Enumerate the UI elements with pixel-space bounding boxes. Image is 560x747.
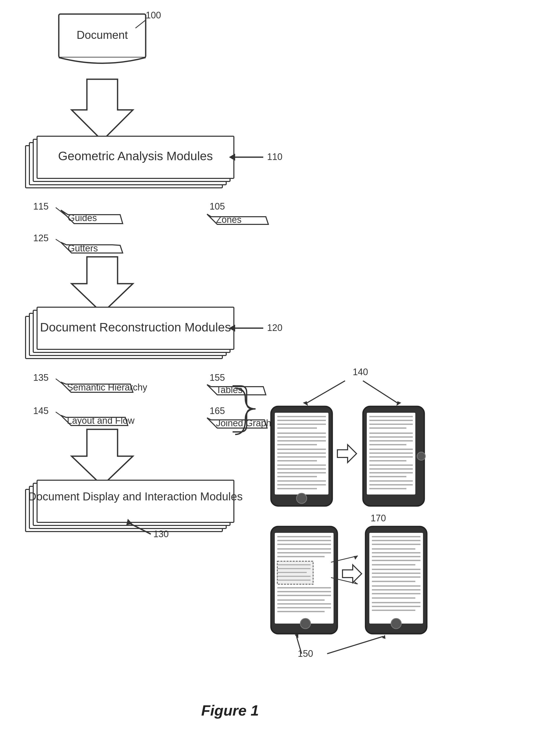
ref-100: 100 [146,10,161,21]
document-box: Document [59,14,146,63]
semantic-label: Semantic Hierarchy [67,382,147,392]
ref-165: 165 [210,406,225,416]
svg-marker-105 [342,565,362,583]
svg-point-104 [300,618,310,629]
svg-line-34 [305,381,345,404]
ref-115: 115 [33,201,49,212]
svg-marker-37 [397,401,401,406]
svg-point-131 [391,618,401,629]
svg-marker-14 [72,257,133,313]
ref-140: 140 [353,367,368,377]
layout-label: Layout and Flow [67,415,135,426]
svg-marker-109 [354,581,358,584]
ref-135: 135 [33,372,49,383]
svg-marker-60 [337,445,357,463]
svg-point-59 [297,493,307,504]
svg-marker-35 [303,401,308,406]
ref-120: 120 [267,323,282,333]
phone-2 [363,406,425,506]
svg-marker-107 [354,556,358,560]
svg-marker-2 [72,79,133,140]
figure-label: Figure 1 [201,702,259,719]
arrow-phone3-to-phone4-hollow [342,565,362,583]
document-label: Document [77,29,128,41]
ref-125: 125 [33,233,49,243]
zones-label: Zones [216,214,241,225]
svg-marker-27 [72,429,133,486]
gutters-label: Gutters [68,243,98,254]
svg-line-134 [327,636,383,654]
ref-155: 155 [210,372,225,383]
guides-label: Guides [68,213,97,223]
phone-3 [271,526,337,634]
phone-4 [365,526,427,634]
arrow-geo-to-recon [72,257,133,313]
ref-130: 130 [153,529,169,539]
ref-145: 145 [33,406,49,416]
ref-110: 110 [267,152,282,162]
geo-label: Geometric Analysis Modules [58,149,213,163]
ref-105: 105 [210,201,225,212]
recon-label: Document Reconstruction Modules [40,320,231,334]
diagram: Document 100 Geometric Analysis Modules … [0,0,560,747]
phone-1 [271,406,332,506]
diagram-svg: Document 100 Geometric Analysis Modules … [0,0,560,747]
svg-line-36 [363,381,399,404]
ref-170: 170 [371,513,386,523]
svg-point-63 [417,452,425,460]
arrow-doc-to-geo [72,79,133,140]
arrow-phone1-to-phone2 [337,445,357,463]
display-label: Document Display and Interaction Modules [28,490,243,503]
arrow-recon-to-display [72,429,133,486]
